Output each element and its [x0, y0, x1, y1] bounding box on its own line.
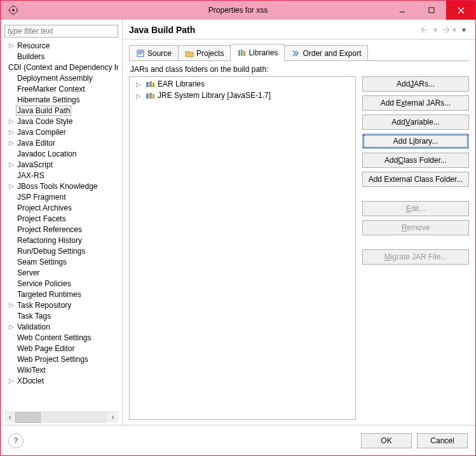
sidebar-item-label: CDI (Context and Dependency Injection): [7, 63, 118, 72]
split-pane: ▷ResourceBuildersCDI (Context and Depend…: [1, 20, 475, 425]
tree-expander-icon[interactable]: ▷: [135, 81, 142, 88]
sidebar-item-xdoclet[interactable]: ▷XDoclet: [4, 375, 118, 386]
sidebar-item-project-archives[interactable]: Project Archives: [4, 202, 118, 213]
remove-button: Remove: [362, 220, 469, 235]
category-tree[interactable]: ▷ResourceBuildersCDI (Context and Depend…: [4, 40, 118, 411]
sidebar-item-label: JSP Fragment: [16, 193, 65, 202]
sidebar-item-javascript[interactable]: ▷JavaScript: [4, 159, 118, 170]
close-button[interactable]: [446, 1, 475, 20]
sidebar-item-java-editor[interactable]: ▷Java Editor: [4, 137, 118, 148]
sidebar-item-label: Java Build Path: [16, 106, 71, 116]
tab-projects[interactable]: Projects: [178, 45, 231, 60]
sidebar-item-label: Project References: [16, 225, 82, 234]
help-button[interactable]: ?: [8, 433, 24, 448]
sidebar-item-web-project-settings[interactable]: Web Project Settings: [4, 354, 118, 364]
tab-libraries[interactable]: Libraries: [230, 44, 285, 60]
add-library-button[interactable]: Add Library...: [362, 134, 469, 149]
tree-expander-icon[interactable]: ▷: [7, 377, 16, 384]
sidebar-item-resource[interactable]: ▷Resource: [4, 40, 118, 51]
maximize-button[interactable]: [417, 1, 446, 20]
sidebar-item-server[interactable]: Server: [4, 267, 118, 278]
filter-input[interactable]: [4, 25, 118, 38]
tree-expander-icon[interactable]: ▷: [7, 118, 16, 125]
view-menu-button[interactable]: ▾: [459, 25, 469, 35]
sidebar-item-project-references[interactable]: Project References: [4, 224, 118, 235]
separator-dot2: ▾: [452, 25, 456, 34]
tree-expander-icon[interactable]: ▷: [7, 161, 16, 168]
sidebar-item-jax-rs[interactable]: JAX-RS: [4, 170, 118, 181]
sidebar-item-java-build-path[interactable]: Java Build Path: [4, 105, 118, 116]
classpath-tree[interactable]: ▷EAR Libraries▷JRE System Library [JavaS…: [129, 76, 356, 420]
properties-dialog: Properties for xss ▷ResourceBuildersCDI …: [0, 0, 476, 456]
sidebar-item-jsp-fragment[interactable]: JSP Fragment: [4, 191, 118, 202]
sidebar-item-seam-settings[interactable]: Seam Settings: [4, 256, 118, 267]
sidebar-item-validation[interactable]: ▷Validation: [4, 321, 118, 332]
sidebar-item-label: Web Project Settings: [16, 355, 88, 364]
tree-expander-icon[interactable]: ▷: [7, 42, 16, 49]
cancel-button[interactable]: Cancel: [417, 433, 468, 448]
add-jars-button[interactable]: Add JARs...: [362, 76, 469, 92]
sidebar-item-label: Java Compiler: [16, 128, 66, 137]
sidebar-item-label: Seam Settings: [16, 258, 67, 266]
sidebar-item-label: Refactoring History: [16, 236, 82, 245]
system-menu-icon[interactable]: [6, 3, 21, 18]
sidebar-item-service-policies[interactable]: Service Policies: [4, 278, 118, 289]
tab-order-and-export[interactable]: Order and Export: [284, 45, 368, 60]
back-button[interactable]: [421, 25, 431, 35]
scroll-track[interactable]: [15, 412, 107, 423]
sidebar-item-wikitext[interactable]: WikiText: [4, 364, 118, 375]
classpath-entry[interactable]: ▷EAR Libraries: [130, 78, 355, 90]
sidebar-item-targeted-runtimes[interactable]: Targeted Runtimes: [4, 289, 118, 300]
sidebar-item-java-code-style[interactable]: ▷Java Code Style: [4, 116, 118, 127]
add-class-folder-button[interactable]: Add Class Folder...: [362, 153, 469, 168]
add-external-jars-button[interactable]: Add External JARs...: [362, 95, 469, 111]
order-icon: [291, 49, 300, 58]
sidebar-item-label: Deployment Assembly: [16, 74, 93, 83]
add-variable-button[interactable]: Add Variable...: [362, 114, 469, 130]
tree-hscrollbar[interactable]: ‹ ›: [4, 411, 118, 422]
tabstrip: SourceProjectsLibrariesOrder and Export: [129, 45, 469, 61]
sidebar-item-label: Project Archives: [16, 204, 72, 212]
sidebar-item-web-page-editor[interactable]: Web Page Editor: [4, 343, 118, 354]
source-icon: [136, 49, 145, 58]
sidebar-item-refactoring-history[interactable]: Refactoring History: [4, 235, 118, 245]
classpath-entry[interactable]: ▷JRE System Library [JavaSE-1.7]: [130, 90, 355, 101]
sidebar-item-builders[interactable]: Builders: [4, 51, 118, 62]
svg-rect-18: [149, 93, 152, 99]
sidebar-item-javadoc-location[interactable]: Javadoc Location: [4, 148, 118, 159]
scroll-left-icon[interactable]: ‹: [4, 412, 15, 423]
sidebar-item-jboss-tools-knowledge[interactable]: ▷JBoss Tools Knowledge: [4, 181, 118, 191]
tree-expander-icon[interactable]: ▷: [7, 128, 16, 135]
sidebar-item-task-tags[interactable]: Task Tags: [4, 310, 118, 321]
tree-expander-icon[interactable]: ▷: [135, 92, 142, 99]
sidebar-item-hibernate-settings[interactable]: Hibernate Settings: [4, 94, 118, 105]
library-icon: [145, 79, 155, 88]
ok-button[interactable]: OK: [361, 433, 412, 448]
sidebar-item-deployment-assembly[interactable]: Deployment Assembly: [4, 73, 118, 83]
add-external-class-folder-button[interactable]: Add External Class Folder...: [362, 172, 469, 187]
titlebar: Properties for xss: [1, 1, 475, 20]
tab-source[interactable]: Source: [129, 45, 179, 60]
svg-point-1: [12, 9, 15, 11]
tree-expander-icon[interactable]: ▷: [7, 323, 16, 330]
tree-expander-icon[interactable]: ▷: [7, 139, 16, 146]
header-toolbar: ▾ ▾ ▾: [421, 25, 469, 35]
scroll-right-icon[interactable]: ›: [107, 412, 118, 423]
sidebar-item-cdi-context-and-dependency-injection-[interactable]: CDI (Context and Dependency Injection): [4, 62, 118, 73]
sidebar-item-task-repository[interactable]: ▷Task Repository: [4, 300, 118, 310]
forward-button[interactable]: [440, 25, 450, 35]
dialog-footer: ? OK Cancel: [1, 425, 475, 455]
description-text: JARs and class folders on the build path…: [130, 65, 469, 74]
sidebar-item-project-facets[interactable]: Project Facets: [4, 213, 118, 224]
sidebar-item-run-debug-settings[interactable]: Run/Debug Settings: [4, 245, 118, 256]
tree-expander-icon[interactable]: ▷: [7, 183, 16, 190]
scroll-thumb[interactable]: [15, 412, 41, 423]
page-body: SourceProjectsLibrariesOrder and Export …: [123, 39, 475, 425]
sidebar-item-label: Hibernate Settings: [16, 95, 80, 104]
minimize-button[interactable]: [388, 1, 417, 20]
sidebar-item-web-content-settings[interactable]: Web Content Settings: [4, 332, 118, 343]
tree-expander-icon[interactable]: ▷: [7, 301, 16, 308]
svg-rect-14: [146, 82, 149, 87]
sidebar-item-freemarker-context[interactable]: FreeMarker Context: [4, 83, 118, 94]
sidebar-item-java-compiler[interactable]: ▷Java Compiler: [4, 127, 118, 137]
